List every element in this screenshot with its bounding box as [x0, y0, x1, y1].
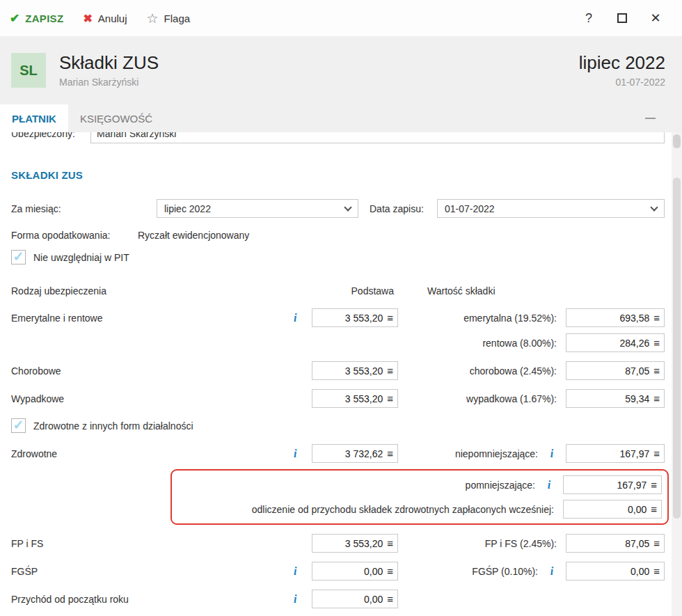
value-input-wypadkowa[interactable]: 59,34 ≡ [566, 389, 665, 408]
toolbar: ✔ ZAPISZ ✖ Anuluj ☆ Flaga ? ✕ [0, 0, 682, 36]
field-value: 3 732,62 [345, 448, 383, 459]
row-label: FGŚP [11, 562, 294, 581]
tab-ksiegowosc[interactable]: KSIĘGOWOŚĆ [68, 104, 164, 132]
value-input-odliczenie[interactable]: 0,00 ≡ [563, 500, 662, 519]
menu-icon[interactable]: ≡ [387, 313, 393, 323]
save-date-select[interactable]: 01-07-2022 [437, 199, 665, 218]
value-input-chorobowa[interactable]: 87,05 ≡ [566, 361, 665, 380]
row-fpfs: FP i FS 3 553,20 ≡ FP i FS (2.45%): 87,0… [11, 534, 665, 553]
flag-button[interactable]: ☆ Flaga [147, 10, 191, 26]
menu-icon[interactable]: ≡ [653, 393, 660, 404]
window-controls: ? ✕ [572, 6, 672, 31]
value-label: FGŚP (0.10%): [472, 566, 538, 577]
base-input-fgsp[interactable]: 0,00 ≡ [312, 562, 398, 581]
info-icon[interactable]: i [294, 313, 296, 324]
row-label: Emerytalne i rentowe [11, 308, 294, 327]
period-date: 01-07-2022 [579, 77, 665, 88]
scrollbar-thumb[interactable] [673, 177, 681, 519]
col-base-header: Podstawa [312, 285, 398, 297]
col-value-header: Wartość składki [427, 285, 495, 297]
health-checkbox[interactable]: ✓ [11, 418, 26, 433]
col-type-header: Rodzaj ubezpieczenia [11, 285, 294, 297]
base-input-emerytalne[interactable]: 3 553,20 ≡ [312, 308, 398, 327]
row-zdrowotne: Zdrowotne i 3 732,62 ≡ niepomniejszające… [11, 444, 665, 463]
row-label: Zdrowotne [11, 444, 294, 463]
row-label: Chorobowe [11, 361, 294, 380]
menu-icon[interactable]: ≡ [651, 480, 657, 490]
save-button[interactable]: ✔ ZAPISZ [10, 11, 63, 26]
row-label: Przychód od początku roku [11, 590, 294, 608]
health-checkbox-label: Zdrowotne z innych form działalności [33, 420, 193, 432]
help-button[interactable]: ? [572, 6, 605, 31]
value-input-pomniejszajace[interactable]: 167,97 ≡ [563, 475, 662, 494]
base-input-zdrowotne[interactable]: 3 732,62 ≡ [312, 444, 398, 463]
row-label: Wypadkowe [11, 389, 294, 408]
page-title: Składki ZUS [59, 53, 159, 74]
menu-icon[interactable]: ≡ [387, 566, 393, 576]
tax-form-value: Ryczałt ewidencjonowany [138, 230, 249, 241]
value-input-fpfs[interactable]: 87,05 ≡ [566, 534, 665, 553]
maximize-button[interactable] [605, 6, 639, 31]
field-value: 284,26 [619, 338, 649, 349]
menu-icon[interactable]: ≡ [653, 365, 660, 376]
menu-icon[interactable]: ≡ [387, 538, 393, 548]
value-input-rentowa[interactable]: 284,26 ≡ [566, 333, 665, 352]
base-input-chorobowe[interactable]: 3 553,20 ≡ [312, 361, 398, 380]
tab-platnik[interactable]: PŁATNIK [0, 104, 68, 132]
menu-icon[interactable]: ≡ [387, 448, 393, 459]
value-label: chorobowa (2.45%): [470, 365, 557, 377]
pit-checkbox-row: ✓ Nie uwzględniaj w PIT [11, 250, 665, 264]
base-input-przychod[interactable]: 0,00 ≡ [312, 590, 398, 608]
star-icon: ☆ [147, 10, 159, 26]
tax-form-label: Forma opodatkowania: [11, 230, 138, 241]
tab-bar: PŁATNIK KSIĘGOWOŚĆ [0, 104, 682, 132]
scrollbar[interactable] [672, 132, 682, 616]
field-value: 3 553,20 [345, 365, 383, 377]
base-input-fpfs[interactable]: 3 553,20 ≡ [312, 534, 398, 553]
pit-checkbox[interactable]: ✓ [11, 250, 26, 264]
info-icon[interactable]: i [550, 566, 553, 577]
period-row: Za miesiąc: lipiec 2022 Data zapisu: 01-… [11, 199, 665, 218]
person-subtitle: Marian Skarżyński [59, 77, 159, 88]
menu-icon[interactable]: ≡ [387, 393, 393, 404]
value-input-niepomniejszajace[interactable]: 167,97 ≡ [566, 444, 665, 463]
menu-icon[interactable]: ≡ [651, 504, 657, 514]
checkbox-check-icon: ✓ [13, 418, 24, 432]
close-button[interactable]: ✕ [639, 6, 672, 31]
info-icon[interactable]: i [294, 448, 296, 459]
insured-label: Ubezpieczony: [11, 132, 90, 139]
row-emerytalne: Emerytalne i rentowe i 3 553,20 ≡ emeryt… [11, 308, 665, 352]
insured-input[interactable]: Marian Skarżyński [90, 132, 665, 143]
scrollbar-cap[interactable] [673, 134, 681, 148]
pit-checkbox-label: Nie uwzględniaj w PIT [33, 252, 129, 263]
value-input-fgsp[interactable]: 0,00 ≡ [566, 562, 665, 581]
info-icon[interactable]: i [550, 448, 553, 459]
cancel-button[interactable]: ✖ Anuluj [83, 12, 127, 25]
check-icon: ✔ [10, 11, 19, 26]
menu-icon[interactable]: ≡ [653, 538, 660, 548]
row-wypadkowe: Wypadkowe 3 553,20 ≡ wypadkowa (1.67%): … [11, 389, 665, 408]
field-value: 0,00 [364, 594, 383, 605]
save-label: ZAPISZ [25, 13, 63, 24]
month-select[interactable]: lipiec 2022 [157, 199, 358, 218]
health-checkbox-row: ✓ Zdrowotne z innych form działalności [11, 418, 665, 433]
info-icon[interactable]: i [548, 480, 550, 491]
info-icon[interactable]: i [294, 566, 296, 577]
panel-collapse-icon[interactable] [645, 118, 656, 119]
menu-icon[interactable]: ≡ [653, 338, 660, 348]
value-label: emerytalna (19.52%): [463, 313, 557, 324]
info-icon[interactable]: i [294, 594, 296, 605]
menu-icon[interactable]: ≡ [387, 365, 393, 376]
menu-icon[interactable]: ≡ [653, 448, 660, 459]
value-input-emerytalna[interactable]: 693,58 ≡ [566, 308, 665, 327]
menu-icon[interactable]: ≡ [387, 594, 393, 604]
insured-row: Ubezpieczony: Marian Skarżyński [11, 132, 665, 144]
menu-icon[interactable]: ≡ [653, 313, 660, 323]
base-input-wypadkowe[interactable]: 3 553,20 ≡ [312, 389, 398, 408]
field-value: 0,00 [631, 566, 649, 577]
menu-icon[interactable]: ≡ [653, 566, 660, 576]
field-value: 3 553,20 [345, 313, 383, 324]
highlight-box: pomniejszające: i 167,97 ≡ odliczenie od… [170, 469, 669, 525]
field-value: 0,00 [628, 504, 647, 515]
field-value: 87,05 [625, 538, 649, 549]
